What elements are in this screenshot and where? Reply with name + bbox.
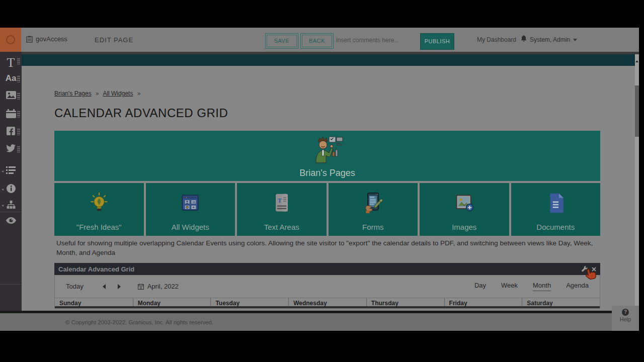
view-agenda[interactable]: Agenda <box>566 282 589 291</box>
tile-forms[interactable]: Forms <box>329 183 418 236</box>
tile-label: All Widgets <box>172 223 209 231</box>
sidebar-item-preview[interactable] <box>0 217 22 224</box>
tile-fresh-ideas[interactable]: "Fresh Ideas" <box>54 183 144 236</box>
next-month-button[interactable] <box>118 284 121 289</box>
tile-label: Forms <box>362 223 384 231</box>
my-dashboard-link[interactable]: My Dashboard <box>477 36 516 43</box>
back-button[interactable]: BACK <box>300 33 334 49</box>
widget-tiles: "Fresh Ideas" 11 <box>54 183 600 236</box>
widget-sidebar: T Aa <box>0 52 22 311</box>
calendar-widget-icon <box>6 109 16 118</box>
publish-button[interactable]: PUBLISH <box>420 33 454 50</box>
day-header: Tuesday <box>210 298 288 306</box>
collapse-caret-icon[interactable]: ◂ <box>2 169 4 173</box>
breadcrumb-separator: » <box>137 90 141 97</box>
granicus-logo-icon <box>6 35 15 44</box>
day-header: Friday <box>444 298 522 306</box>
drag-grip-icon[interactable] <box>17 111 20 118</box>
tile-label: Images <box>452 223 476 231</box>
breadcrumb: Brian's Pages » All Widgets » <box>54 90 143 97</box>
text-widget-icon: T <box>7 55 15 70</box>
sidebar-item-list[interactable]: ◂ <box>0 166 22 174</box>
banner-label: Brian's Pages <box>54 168 600 178</box>
vertical-scrollbar[interactable] <box>635 54 639 311</box>
drag-grip-icon[interactable] <box>17 93 20 100</box>
sidebar-item-facebook[interactable] <box>0 127 22 135</box>
brians-pages-banner[interactable]: Brian's Pages <box>54 131 600 181</box>
view-month[interactable]: Month <box>533 282 551 291</box>
tile-documents[interactable]: Documents <box>511 183 601 236</box>
document-icon <box>545 183 566 223</box>
brand: govAccess <box>26 35 67 43</box>
view-day[interactable]: Day <box>474 282 486 291</box>
list-widget-icon <box>6 166 16 174</box>
granicus-logo[interactable] <box>0 28 21 52</box>
day-header: Sunday <box>55 298 133 306</box>
breadcrumb-link-all-widgets[interactable]: All Widgets <box>103 90 133 97</box>
user-menu[interactable]: System, Admin <box>530 36 577 43</box>
drag-grip-icon[interactable] <box>17 128 20 135</box>
drag-grip-icon[interactable] <box>17 58 20 65</box>
calendar-widget-header[interactable]: Calendar Advanced Grid <box>54 263 600 275</box>
today-button[interactable]: Today <box>66 283 84 290</box>
lightbulb-icon <box>88 183 110 223</box>
svg-text:11: 11 <box>192 201 196 204</box>
breadcrumb-separator: » <box>96 90 99 97</box>
tile-images[interactable]: Images <box>420 183 509 236</box>
day-header: Thursday <box>366 298 444 306</box>
tile-label: "Fresh Ideas" <box>76 223 122 231</box>
user-label: System, Admin <box>530 36 570 43</box>
sidebar-item-sitemap[interactable]: ◂ <box>0 201 22 209</box>
calendar-widget-title: Calendar Advanced Grid <box>58 265 134 273</box>
view-week[interactable]: Week <box>501 282 518 291</box>
help-label: Help <box>612 316 639 322</box>
mini-calendar-icon <box>138 284 144 290</box>
notification-bell-icon[interactable] <box>521 35 527 44</box>
scrollbar-thumb[interactable] <box>635 85 639 137</box>
facebook-widget-icon <box>7 127 15 135</box>
calendar-body: Today April, 2022 Day W <box>54 275 600 309</box>
day-header: Saturday <box>522 298 600 306</box>
sidebar-item-image[interactable] <box>0 91 22 99</box>
svg-text:+: + <box>193 205 195 210</box>
sidebar-item-text[interactable]: T <box>0 56 22 69</box>
day-header-row: Sunday Monday Tuesday Wednesday Thursday… <box>55 298 600 308</box>
day-header: Monday <box>133 298 211 306</box>
breadcrumb-link-brians-pages[interactable]: Brian's Pages <box>54 90 92 97</box>
sitemap-widget-icon <box>7 201 16 209</box>
scroll-up-arrow-icon[interactable] <box>635 55 639 64</box>
comments-input[interactable] <box>336 32 417 49</box>
info-widget-icon <box>6 184 16 194</box>
brand-label: govAccess <box>36 35 67 43</box>
sidebar-item-twitter[interactable] <box>0 144 22 152</box>
help-button[interactable]: ? Help <box>612 306 639 331</box>
save-button[interactable]: SAVE <box>265 33 298 49</box>
page-title: CALENDAR ADVANCED GRID <box>54 106 228 120</box>
site-header-band <box>22 54 635 66</box>
eye-widget-icon <box>6 217 16 224</box>
presenter-cartoon-icon <box>54 135 600 166</box>
tile-text-areas[interactable]: T Text Areas <box>237 183 327 236</box>
copyright-text: © Copyright 2003-2022, Granicus, Inc. Al… <box>65 319 213 325</box>
drag-grip-icon[interactable] <box>17 75 20 82</box>
image-widget-icon <box>6 91 16 99</box>
period-label: April, 2022 <box>147 283 179 290</box>
photo-add-icon <box>453 183 475 223</box>
form-tablet-icon <box>362 183 384 223</box>
sidebar-item-calendar[interactable] <box>0 109 22 118</box>
svg-text:T: T <box>278 197 282 204</box>
twitter-widget-icon <box>6 144 16 152</box>
tile-all-widgets[interactable]: 11 + All Widgets <box>146 183 235 236</box>
collapse-caret-icon[interactable]: ◂ <box>2 203 4 208</box>
day-header: Wednesday <box>288 298 366 306</box>
collapse-caret-icon[interactable]: ◂ <box>2 187 4 192</box>
prev-month-button[interactable] <box>103 284 106 289</box>
tile-label: Documents <box>536 223 575 231</box>
sidebar-item-typography[interactable]: Aa <box>0 74 22 83</box>
calendar-toolbar: Today April, 2022 Day W <box>55 275 600 298</box>
period-selector[interactable]: April, 2022 <box>138 283 179 290</box>
sidebar-divider <box>0 284 22 285</box>
drag-grip-icon[interactable] <box>17 146 20 153</box>
widget-grid-icon: 11 + <box>179 183 201 223</box>
sidebar-item-info[interactable]: ◂ <box>0 184 22 194</box>
